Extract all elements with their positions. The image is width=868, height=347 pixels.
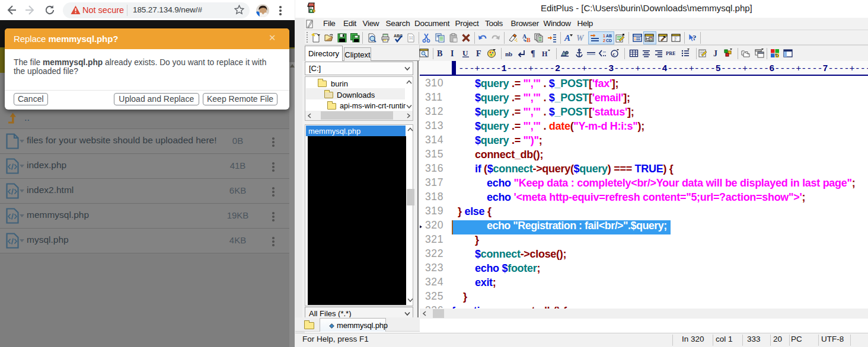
svg-text:F: F [476, 49, 481, 58]
svg-text:H: H [409, 35, 413, 41]
svg-text:F: F [674, 36, 678, 42]
svg-text:?: ? [693, 33, 697, 42]
svg-text:I: I [451, 49, 454, 58]
svg-text:c: c [613, 51, 615, 57]
svg-text:A: A [564, 33, 570, 43]
svg-text:2: 2 [603, 38, 605, 43]
svg-text:nb: nb [505, 50, 512, 57]
svg-text:¶: ¶ [531, 49, 535, 58]
svg-text:1: 1 [603, 34, 605, 38]
svg-text:B: B [437, 49, 442, 58]
svg-text:AB: AB [606, 34, 612, 38]
svg-text:H: H [542, 50, 548, 58]
svg-text:PRE: PRE [666, 50, 675, 56]
svg-text:U: U [462, 49, 468, 57]
svg-text:J: J [713, 49, 717, 58]
svg-text:CD: CD [606, 38, 612, 43]
svg-text:B: B [526, 37, 531, 43]
svg-text:W: W [576, 34, 585, 43]
